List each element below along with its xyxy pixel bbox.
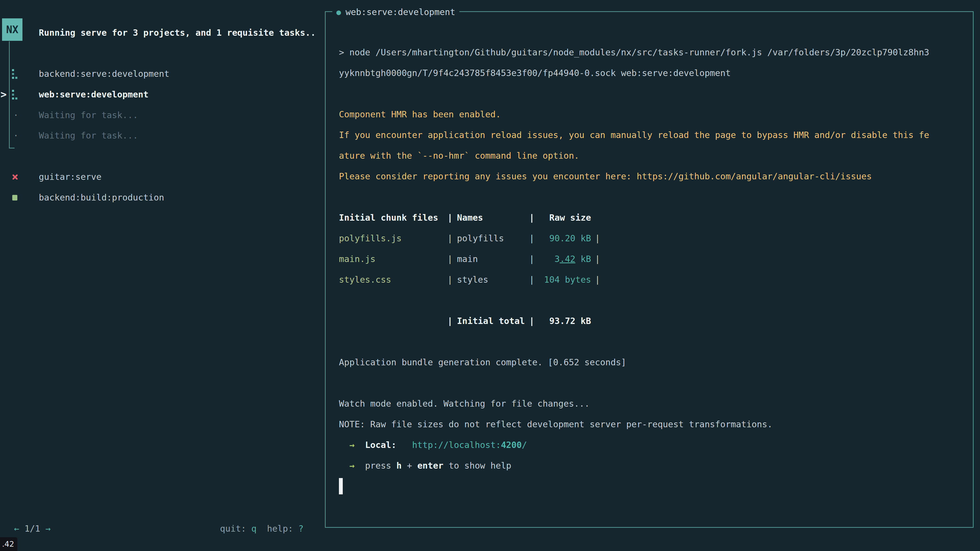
arrow-icon: → xyxy=(349,440,355,450)
task-row[interactable]: backend:build:production xyxy=(0,187,325,208)
key-h: h xyxy=(396,460,401,471)
hint-text: + xyxy=(402,460,417,471)
task-label: web:serve:development xyxy=(39,84,148,105)
gap xyxy=(355,460,365,471)
quit-label: quit: xyxy=(220,524,251,534)
task-label: guitar:serve xyxy=(39,167,102,187)
run-summary-title: Running serve for 3 projects, and 1 requ… xyxy=(39,22,316,43)
chunk-size: 3.42 kB xyxy=(535,249,591,269)
chunk-name: polyfills xyxy=(457,228,529,249)
col-separator: | xyxy=(529,316,534,326)
col-separator: | xyxy=(529,213,534,223)
chunk-file: main.js xyxy=(339,249,447,269)
col-separator: | xyxy=(447,213,452,223)
hmr-message-3: ature with the `--no-hmr` command line o… xyxy=(339,145,970,166)
total-value: 93.72 kB xyxy=(535,311,591,331)
blank-line xyxy=(339,83,970,104)
task-label: Waiting for task... xyxy=(39,105,138,125)
hovered-link-text[interactable]: .42 xyxy=(560,254,575,264)
local-url-line: → Local: http://localhost:4200/ xyxy=(339,435,970,455)
task-label: backend:serve:development xyxy=(39,64,169,84)
col-separator: | xyxy=(595,233,600,243)
bundle-complete-message: Application bundle generation complete. … xyxy=(339,352,970,373)
waiting-dot-icon: · xyxy=(13,125,18,146)
help-bar: quit: q help: ? xyxy=(220,518,304,539)
hint-text: press xyxy=(365,460,396,471)
spinner-icon xyxy=(12,90,14,92)
page-spacer xyxy=(40,524,45,534)
task-label: Waiting for task... xyxy=(39,125,138,146)
initial-total-row: |Initial total|93.72 kB xyxy=(339,311,970,331)
col-separator: | xyxy=(447,233,452,243)
col-names-header: Names xyxy=(457,207,529,228)
task-row[interactable]: guitar:serve xyxy=(0,167,325,187)
chunk-size: 104 bytes xyxy=(535,269,591,290)
command-line-1: > node /Users/mhartington/Github/guitars… xyxy=(339,42,970,63)
task-output-panel: ● web:serve:development > node /Users/mh… xyxy=(325,11,974,528)
terminal-output[interactable]: > node /Users/mhartington/Github/guitars… xyxy=(339,42,970,497)
blank-line xyxy=(339,331,970,352)
col-separator: | xyxy=(447,254,452,264)
col-separator: | xyxy=(447,275,452,285)
quit-key: q xyxy=(251,524,256,534)
col-files-header: Initial chunk files xyxy=(339,207,447,228)
page-indicator-value: 1/1 xyxy=(24,524,40,534)
task-row[interactable]: backend:serve:development xyxy=(0,64,325,84)
chunk-table-row: main.js|main|3.42 kB| xyxy=(339,249,970,269)
chunk-file: styles.css xyxy=(339,269,447,290)
chunk-table-header: Initial chunk files|Names|Raw size xyxy=(339,207,970,228)
col-separator: | xyxy=(447,316,452,326)
url-port: 4200 xyxy=(501,440,522,450)
size-digit: 3 xyxy=(555,254,560,264)
indent xyxy=(339,460,349,471)
task-row-selected[interactable]: web:serve:development xyxy=(0,84,325,105)
chunk-table-row: styles.css|styles|104 bytes| xyxy=(339,269,970,290)
help-label: help: xyxy=(267,524,298,534)
pagination: ← 1/1 → xyxy=(14,518,51,539)
success-square-icon xyxy=(12,195,18,200)
task-label: backend:build:production xyxy=(39,187,164,208)
help-spacer xyxy=(256,524,267,534)
page-right-arrow-icon[interactable]: → xyxy=(45,524,51,534)
error-x-icon xyxy=(12,174,18,180)
chunk-table-row: polyfills.js|polyfills|90.20 kB| xyxy=(339,228,970,249)
url-host: http://localhost: xyxy=(412,440,501,450)
chunk-file: polyfills.js xyxy=(339,228,447,249)
spinner-icon xyxy=(12,69,14,71)
page-indicator xyxy=(19,524,24,534)
command-line-2: yyknnbtgh0000gn/T/9f4c243785f8453e3f00/f… xyxy=(339,63,970,83)
panel-title: ● web:serve:development xyxy=(332,2,460,22)
cursor-line xyxy=(339,476,970,497)
hmr-message-1: Component HMR has been enabled. xyxy=(339,104,970,125)
hmr-message-2: If you encounter application reload issu… xyxy=(339,125,970,145)
task-group-bracket-foot xyxy=(9,148,14,148)
chunk-name: main xyxy=(457,249,529,269)
task-row[interactable]: · Waiting for task... xyxy=(0,125,325,146)
localhost-link[interactable]: http://localhost:4200/ xyxy=(412,440,527,450)
page-left-arrow-icon[interactable]: ← xyxy=(14,524,19,534)
note-message: NOTE: Raw file sizes do not reflect deve… xyxy=(339,414,970,435)
hint-text: to show help xyxy=(443,460,511,471)
help-key: ? xyxy=(298,524,304,534)
help-hint-line: → press h + enter to show help xyxy=(339,455,970,476)
key-enter: enter xyxy=(417,460,443,471)
link-hover-tooltip: .42 xyxy=(0,537,18,551)
size-unit: kB xyxy=(576,254,591,264)
local-label: Local: xyxy=(365,440,396,450)
blank-line xyxy=(339,373,970,393)
url-slash: / xyxy=(522,440,527,450)
waiting-dot-icon: · xyxy=(13,105,18,125)
col-separator: | xyxy=(595,275,600,285)
task-row[interactable]: · Waiting for task... xyxy=(0,105,325,125)
task-sidebar: NX Running serve for 3 projects, and 1 r… xyxy=(0,0,325,551)
col-separator: | xyxy=(529,254,534,264)
total-label: Initial total xyxy=(457,311,529,331)
chunk-size: 90.20 kB xyxy=(535,228,591,249)
blank-line xyxy=(339,290,970,311)
hmr-message-4: Please consider reporting any issues you… xyxy=(339,166,970,187)
panel-title-label: web:serve:development xyxy=(345,2,455,22)
nx-logo: NX xyxy=(2,18,22,41)
terminal-cursor xyxy=(339,478,343,494)
gap xyxy=(396,440,412,450)
indent xyxy=(339,440,349,450)
